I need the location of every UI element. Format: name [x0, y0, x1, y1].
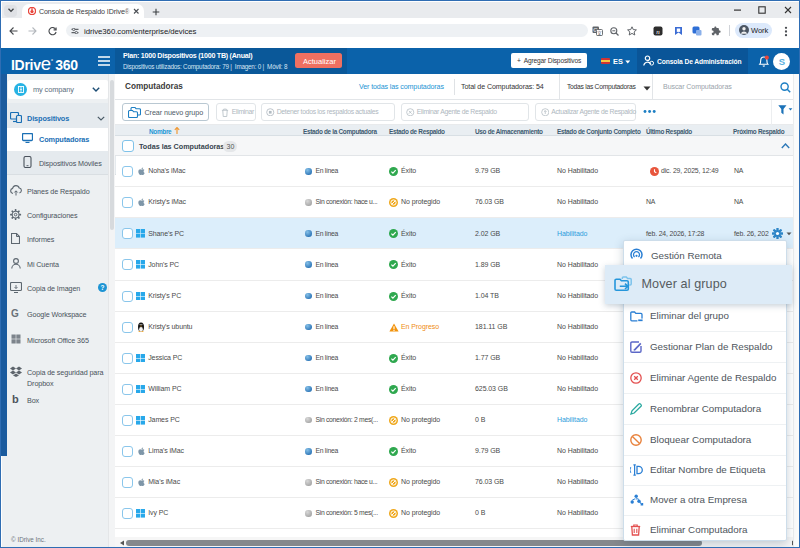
- svg-text:n: n: [656, 28, 660, 36]
- svg-text:文: 文: [597, 30, 603, 36]
